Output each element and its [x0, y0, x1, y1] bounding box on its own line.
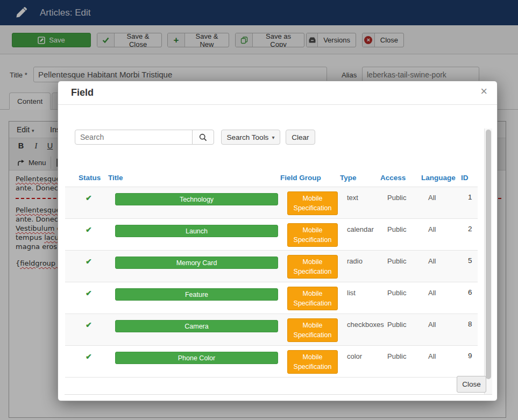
- field-title-button[interactable]: Technology: [115, 193, 278, 205]
- table-row[interactable]: ✔ Launch Mobile Specification calendar P…: [65, 218, 478, 250]
- col-header-title[interactable]: Title: [108, 174, 123, 182]
- published-check-icon: ✔: [86, 225, 92, 234]
- modal-body: Search Tools▾ Clear Status Title Field G…: [58, 105, 497, 371]
- field-type: text: [347, 194, 358, 202]
- table-row[interactable]: ✔ Technology Mobile Specification text P…: [65, 187, 478, 218]
- col-header-type[interactable]: Type: [340, 174, 357, 182]
- published-check-icon: ✔: [86, 352, 92, 361]
- field-type: checkboxes: [347, 321, 384, 329]
- field-group-badge[interactable]: Mobile Specification: [287, 287, 338, 310]
- field-id: 8: [468, 320, 472, 328]
- field-modal: Field × Search Tools▾ Clear Status Title…: [58, 81, 498, 401]
- field-type: calendar: [347, 225, 374, 233]
- modal-header: Field ×: [58, 81, 497, 105]
- field-group-badge[interactable]: Mobile Specification: [287, 318, 338, 342]
- search-submit-button[interactable]: [192, 130, 214, 145]
- field-language: All: [428, 194, 436, 202]
- field-language: All: [428, 225, 436, 233]
- modal-title: Field: [71, 87, 94, 98]
- modal-close-icon[interactable]: ×: [480, 86, 487, 97]
- col-header-group[interactable]: Field Group: [280, 174, 321, 182]
- published-check-icon: ✔: [86, 257, 92, 266]
- field-group-badge[interactable]: Mobile Specification: [287, 223, 338, 247]
- field-group-badge[interactable]: Mobile Specification: [287, 255, 338, 279]
- field-access: Public: [387, 352, 406, 360]
- field-language: All: [428, 257, 436, 265]
- field-access: Public: [387, 257, 406, 265]
- field-language: All: [428, 321, 436, 329]
- field-access: Public: [387, 289, 406, 297]
- field-group-badge[interactable]: Mobile Specification: [287, 191, 338, 215]
- field-type: radio: [347, 257, 363, 265]
- field-type: list: [347, 289, 356, 297]
- field-id: 2: [468, 225, 472, 233]
- field-access: Public: [387, 225, 406, 233]
- search-input[interactable]: [75, 130, 193, 145]
- search-tools-button[interactable]: Search Tools▾: [221, 130, 280, 145]
- articles-edit-screen: Articles: Edit Save Save & Close + Save …: [0, 0, 518, 420]
- field-id: 9: [468, 352, 472, 360]
- search-icon: [199, 133, 207, 141]
- field-title-button[interactable]: Launch: [115, 225, 278, 237]
- published-check-icon: ✔: [86, 321, 92, 329]
- modal-footer: Close: [58, 370, 497, 401]
- clear-button[interactable]: Clear: [286, 130, 315, 145]
- modal-scrollbar-thumb[interactable]: [486, 130, 491, 379]
- field-id: 6: [468, 288, 472, 296]
- published-check-icon: ✔: [86, 194, 92, 202]
- field-language: All: [428, 352, 436, 360]
- field-type: color: [347, 352, 362, 360]
- published-check-icon: ✔: [86, 289, 92, 297]
- col-header-status[interactable]: Status: [79, 174, 101, 182]
- modal-scrollbar-track[interactable]: [484, 129, 492, 394]
- field-language: All: [428, 289, 436, 297]
- col-header-language[interactable]: Language: [421, 174, 456, 182]
- field-title-button[interactable]: Camera: [115, 320, 278, 332]
- table-row[interactable]: ✔ Camera Mobile Specification checkboxes…: [65, 314, 478, 345]
- chevron-down-icon: ▾: [272, 134, 274, 140]
- col-header-id[interactable]: ID: [461, 174, 469, 182]
- modal-close-button[interactable]: Close: [457, 376, 486, 393]
- field-title-button[interactable]: Feature: [115, 288, 278, 301]
- field-title-button[interactable]: Phone Color: [115, 352, 278, 364]
- field-access: Public: [387, 321, 406, 329]
- col-header-access[interactable]: Access: [380, 174, 406, 182]
- table-row[interactable]: ✔ Feature Mobile Specification list Publ…: [65, 282, 478, 314]
- field-id: 1: [468, 193, 472, 201]
- field-title-button[interactable]: Memory Card: [115, 257, 278, 269]
- table-row[interactable]: ✔ Memory Card Mobile Specification radio…: [65, 250, 478, 282]
- field-id: 5: [468, 257, 472, 265]
- field-access: Public: [387, 194, 406, 202]
